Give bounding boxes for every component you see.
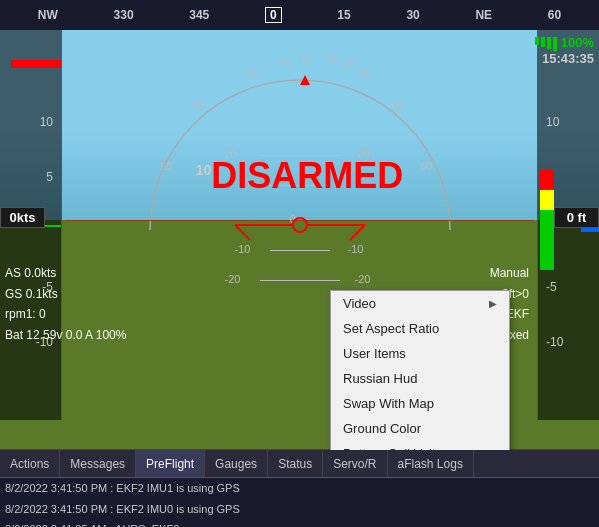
tab-messages[interactable]: Messages — [60, 450, 136, 477]
tabs-bar: Actions Messages PreFlight Gauges Status… — [0, 449, 599, 477]
svg-text:20: 20 — [343, 58, 355, 70]
tab-status[interactable]: Status — [268, 450, 323, 477]
rpm-label: rpm1: 0 — [5, 304, 126, 324]
svg-text:10: 10 — [298, 54, 310, 66]
battery-bar-1 — [535, 37, 539, 45]
menu-item-battery-cell-voltage[interactable]: Battery Cell Voltage — [331, 441, 509, 450]
battery-label: Bat 12.59v 0.0 A 100% — [5, 325, 126, 345]
battery-percent: 100% — [561, 35, 594, 50]
svg-text:60: 60 — [160, 160, 172, 172]
clock-display: 15:43:35 — [535, 51, 594, 66]
tab-aflash-logs[interactable]: aFlash Logs — [388, 450, 474, 477]
groundspeed-label: GS 0.1kts — [5, 284, 126, 304]
hud-display: NW 330 345 0 15 30 NE 60 60 45 30 20 10 … — [0, 0, 599, 450]
svg-line-15 — [350, 225, 365, 240]
altitude-box: 0 ft — [554, 207, 599, 228]
speed-box: 0kts — [0, 207, 45, 228]
log-entry-0: 8/2/2022 3:41:50 PM : EKF2 IMU1 is using… — [0, 478, 599, 499]
aircraft-symbol — [230, 205, 370, 255]
svg-line-13 — [235, 225, 250, 240]
tab-preflight[interactable]: PreFlight — [136, 450, 205, 477]
compass-ne: NE — [475, 8, 492, 22]
speed-scale-10: 10 — [40, 115, 53, 129]
hud-info-left: AS 0.0kts GS 0.1kts rpm1: 0 Bat 12.59v 0… — [5, 263, 126, 345]
battery-bar-4 — [553, 37, 557, 51]
compass-nw: NW — [38, 8, 58, 22]
pitch-label-neg20-left: -20 — [225, 273, 241, 285]
log-entry-2: 8/2/2022 3:41:25 AM : AHRS: EKF2... — [0, 519, 599, 527]
svg-text:45: 45 — [192, 100, 204, 112]
menu-item-ground-color[interactable]: Ground Color — [331, 416, 509, 441]
pitch-line-neg20 — [260, 280, 340, 281]
tab-gauges[interactable]: Gauges — [205, 450, 268, 477]
disarmed-text: 10DISARMED — [196, 155, 404, 197]
speed-scale-5: 5 — [46, 170, 53, 184]
alt-scale-neg10: -10 — [546, 335, 563, 349]
color-bar-yellow — [540, 190, 554, 210]
alt-scale-10: 10 — [546, 115, 559, 129]
svg-text:60: 60 — [420, 160, 432, 172]
menu-item-set-aspect-ratio[interactable]: Set Aspect Ratio — [331, 316, 509, 341]
airspeed-label: AS 0.0kts — [5, 263, 126, 283]
disarmed-prefix: 10 — [196, 162, 212, 178]
svg-text:10: 10 — [325, 54, 337, 66]
log-bar: 8/2/2022 3:41:50 PM : EKF2 IMU1 is using… — [0, 477, 599, 527]
pitch-label-neg20-right: -20 — [355, 273, 371, 285]
video-arrow: ▶ — [489, 298, 497, 309]
compass-330: 330 — [114, 8, 134, 22]
color-bar-green — [540, 210, 554, 270]
log-entry-1: 8/2/2022 3:41:50 PM : EKF2 IMU0 is using… — [0, 499, 599, 520]
menu-item-swap-with-map[interactable]: Swap With Map — [331, 391, 509, 416]
svg-text:30: 30 — [245, 68, 257, 80]
mode-label: Manual — [487, 263, 529, 283]
compass-bar: NW 330 345 0 15 30 NE 60 — [0, 0, 599, 30]
battery-time-info: 100% 15:43:35 — [535, 35, 594, 66]
speed-red-bar-top — [11, 60, 61, 68]
svg-point-11 — [293, 218, 307, 232]
battery-bar-3 — [547, 37, 551, 49]
battery-bar-2 — [541, 37, 545, 47]
compass-345: 345 — [189, 8, 209, 22]
svg-text:20: 20 — [278, 58, 290, 70]
compass-0: 0 — [265, 7, 282, 23]
compass-60: 60 — [548, 8, 561, 22]
compass-ticks: NW 330 345 0 15 30 NE 60 — [0, 7, 599, 23]
compass-15: 15 — [337, 8, 350, 22]
svg-text:30: 30 — [358, 68, 370, 80]
menu-item-video[interactable]: Video ▶ — [331, 291, 509, 316]
color-bar-red — [540, 170, 554, 190]
tab-actions[interactable]: Actions — [0, 450, 60, 477]
menu-item-user-items[interactable]: User Items — [331, 341, 509, 366]
alt-scale-neg5: -5 — [546, 280, 557, 294]
menu-item-russian-hud[interactable]: Russian Hud — [331, 366, 509, 391]
tab-servo[interactable]: Servo/R — [323, 450, 387, 477]
compass-30: 30 — [406, 8, 419, 22]
context-menu[interactable]: Video ▶ Set Aspect Ratio User Items Russ… — [330, 290, 510, 450]
svg-text:45: 45 — [392, 100, 404, 112]
